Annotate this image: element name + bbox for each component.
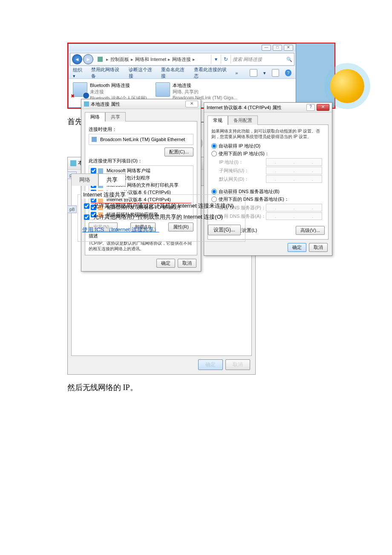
diagnose-button[interactable]: 诊断这个连接 <box>129 66 156 79</box>
crumb-network-internet[interactable]: 网络和 Internet <box>135 56 166 63</box>
lan-status: 网络, 共享的 <box>173 89 237 95</box>
auto-dns-label: 自动获得 DNS 服务器地址(B) <box>219 188 280 195</box>
ics-link[interactable]: 使用 ICS （Internet 连接共享） <box>82 226 159 234</box>
allow-control-label: 允许其他网络用户控制或禁用共享的 Internet 连接(O) <box>93 214 223 221</box>
tab-network[interactable]: 网络 <box>71 173 98 186</box>
search-input[interactable]: 搜索 网络连接 🔍 <box>231 55 294 64</box>
command-bar: 组织 ▾ 禁用此网络设备 诊断这个连接 重命名此连接 查看此连接的状态 » ▾ … <box>69 67 296 79</box>
crumb-network-connections[interactable]: 网络连接 <box>172 56 191 63</box>
adapter-icon <box>92 137 97 142</box>
minimize-button[interactable]: — <box>262 45 271 51</box>
bt-name: Bluetooth 网络连接 <box>90 82 147 89</box>
items-label: 此连接使用下列项目(O)： <box>89 158 193 164</box>
preview-pane-icon[interactable] <box>272 69 279 77</box>
use-ip-label: 使用下面的 IP 地址(S)： <box>219 150 269 157</box>
allow-connect-checkbox[interactable] <box>84 203 89 209</box>
dropdown-button[interactable]: ▾ <box>211 55 221 64</box>
mask-input: ... <box>266 167 322 174</box>
ipv4-intro: 如果网络支持此功能，则可以获取自动指派的 IP 设置。否则，您需要从网络系统管理… <box>211 128 325 139</box>
cancel-button[interactable]: 取消 <box>225 359 250 370</box>
close-icon[interactable]: ✕ <box>185 101 198 107</box>
allow-connect-label: 允许其他网络用户通过此计算机的 Internet 连接来连接(N) <box>93 202 233 210</box>
ok-button[interactable]: 确定 <box>198 359 223 370</box>
search-placeholder: 搜索 网络连接 <box>233 56 262 63</box>
organize-menu[interactable]: 组织 ▾ <box>73 67 85 79</box>
cancel-button[interactable]: 取消 <box>178 259 196 268</box>
ok-button[interactable]: 确定 <box>288 243 306 252</box>
ok-button[interactable]: 确定 <box>156 259 175 268</box>
bluetooth-icon <box>73 82 87 97</box>
mask-label: 子网掩码(U)： <box>219 168 266 174</box>
help-button[interactable]: ? <box>306 104 315 111</box>
settings-button[interactable]: 设置(G)... <box>208 225 241 235</box>
search-icon: 🔍 <box>286 57 292 62</box>
address-bar: ◄ ► ▸ 控制面板 ▸ 网络和 Internet ▸ 网络连接 ▸ ▾ ↻ 搜… <box>70 53 294 66</box>
configure-button[interactable]: 配置(C)... <box>164 147 193 156</box>
dialog-title: 本地连接 属性 <box>91 101 120 107</box>
screenshot-1: — □ ✕ ◄ ► ▸ 控制面板 ▸ 网络和 Internet ▸ 网络连接 ▸ <box>67 43 335 109</box>
allow-control-checkbox[interactable] <box>84 214 89 220</box>
gateway-label: 默认网关(D)： <box>219 176 266 182</box>
client-icon <box>98 168 103 173</box>
tab-general[interactable]: 常规 <box>208 116 228 125</box>
paragraph-2: 然后无线网络的 IP。 <box>67 382 334 394</box>
close-button[interactable]: ✕ <box>284 45 293 51</box>
tab-sharing[interactable]: 共享 <box>98 173 126 186</box>
dns1-input: ... <box>266 204 322 211</box>
cancel-button[interactable]: 取消 <box>309 243 328 252</box>
bt-status: 未连接 <box>90 89 147 95</box>
auto-ip-label: 自动获得 IP 地址(O) <box>219 143 260 149</box>
lan-icon <box>156 82 170 97</box>
desktop-sun-decor <box>330 69 364 103</box>
dialog-icon <box>84 101 89 107</box>
back-button[interactable]: ◄ <box>72 54 82 64</box>
radio-use-ip[interactable] <box>211 151 217 156</box>
item-chk-0[interactable] <box>91 168 96 173</box>
adapter-name: Broadcom NetLink (TM) Gigabit Ethernet <box>100 137 185 142</box>
view-status-button[interactable]: 查看此连接的状态 <box>194 66 230 79</box>
breadcrumb[interactable]: ▸ 控制面板 ▸ 网络和 Internet ▸ 网络连接 ▸ <box>95 56 211 63</box>
ics-fieldset: Internet 连接共享 允许其他网络用户通过此计算机的 Internet 连… <box>78 194 245 242</box>
margin-p8: p8 <box>67 205 77 213</box>
tab-alternate[interactable]: 备用配置 <box>228 116 258 125</box>
radio-auto-ip[interactable] <box>211 143 217 149</box>
ip-addr-label: IP 地址(I)： <box>219 159 266 165</box>
tab-sharing[interactable]: 共享 <box>105 112 126 121</box>
tab-network[interactable]: 网络 <box>85 112 105 121</box>
control-panel-icon <box>98 57 103 62</box>
rename-button[interactable]: 重命名此连接 <box>161 66 188 79</box>
ics-legend: Internet 连接共享 <box>81 191 127 199</box>
window-titlebar: — □ ✕ <box>69 44 296 52</box>
lan-name: 本地连接 <box>173 82 237 89</box>
close-icon[interactable]: ✕ <box>317 104 329 111</box>
explorer-window: — □ ✕ ◄ ► ▸ 控制面板 ▸ 网络和 Internet ▸ 网络连接 ▸ <box>68 43 296 108</box>
refresh-button[interactable]: ↻ <box>221 55 231 64</box>
view-icon[interactable] <box>250 69 257 77</box>
forward-button[interactable]: ► <box>83 54 93 64</box>
ipv4-title: Internet 协议版本 4 (TCP/IPv4) 属性 <box>207 104 282 111</box>
item-0: Microsoft 网络客户端 <box>107 168 150 174</box>
more-button[interactable]: » <box>235 70 238 75</box>
disable-device-button[interactable]: 禁用此网络设备 <box>91 66 122 79</box>
crumb-control-panel[interactable]: 控制面板 <box>110 56 129 63</box>
connect-using-label: 连接时使用： <box>89 126 193 133</box>
advanced-button[interactable]: 高级(V)... <box>296 226 325 235</box>
desc-text: TCP/IP。该协议是默认的广域网络协议，它提供在不同的相互连接的网络上的通讯。 <box>89 240 193 251</box>
gateway-input: ... <box>266 175 322 183</box>
dns2-input: ... <box>266 212 322 220</box>
radio-auto-dns[interactable] <box>211 189 217 194</box>
help-icon[interactable]: ? <box>285 69 291 76</box>
ip-addr-input: ... <box>266 158 322 166</box>
dialog-icon <box>70 160 76 166</box>
maximize-button[interactable]: □ <box>273 45 282 51</box>
